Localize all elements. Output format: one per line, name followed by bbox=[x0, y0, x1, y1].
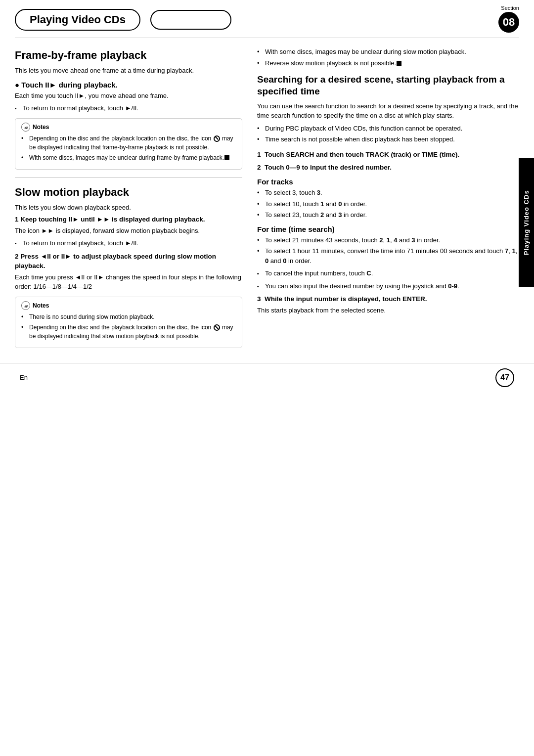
slow-notes-continued: With some discs, images may be unclear d… bbox=[257, 47, 519, 68]
list-item: Depending on the disc and the playback l… bbox=[21, 134, 236, 152]
frame-section-heading: Frame-by-frame playback bbox=[15, 49, 242, 62]
slow-step1: 1 Keep touching II► until ►► is displaye… bbox=[15, 215, 242, 248]
search-step1-heading: 1 Touch SEARCH and then touch TRACK (tra… bbox=[257, 150, 519, 160]
list-item: To select 23, touch 2 and 3 in order. bbox=[257, 210, 519, 220]
page-container: Playing Video CDs Section 08 Frame-by-fr… bbox=[0, 0, 534, 756]
search-notes-list: During PBC playback of Video CDs, this f… bbox=[257, 124, 519, 144]
list-item: Depending on the disc and the playback l… bbox=[21, 323, 236, 341]
search-step1: 1 Touch SEARCH and then touch TRACK (tra… bbox=[257, 150, 519, 160]
section-number: 08 bbox=[498, 12, 519, 33]
section-divider bbox=[15, 178, 242, 178]
no-symbol-icon bbox=[214, 135, 220, 142]
header-second-box bbox=[150, 10, 231, 30]
right-column: With some discs, images may be unclear d… bbox=[257, 47, 519, 353]
frame-notes-box: 𝓊 Notes Depending on the disc and the pl… bbox=[15, 118, 242, 170]
list-item: To cancel the input numbers, touch C. bbox=[257, 268, 519, 278]
main-content: Frame-by-frame playback This lets you mo… bbox=[0, 38, 534, 353]
slow-notes-list: There is no sound during slow motion pla… bbox=[21, 312, 236, 341]
joystick-note-list: You can also input the desired number by… bbox=[257, 281, 519, 291]
search-step2: 2 Touch 0—9 to input the desired number.… bbox=[257, 163, 519, 291]
slow-step2-body: Each time you press ◄II or II► changes t… bbox=[15, 272, 242, 292]
list-item: To return to normal playback, touch ►/II… bbox=[15, 103, 242, 113]
for-tracks-heading: For tracks bbox=[257, 178, 519, 186]
slow-step1-body: The icon ►► is displayed, forward slow m… bbox=[15, 226, 242, 236]
slow-intro: This lets you slow down playback speed. bbox=[15, 203, 242, 213]
search-intro: You can use the search function to searc… bbox=[257, 101, 519, 121]
step-number: 2 bbox=[257, 164, 261, 171]
frame-intro: This lets you move ahead one frame at a … bbox=[15, 66, 242, 76]
list-item: With some discs, images may be unclear d… bbox=[21, 153, 236, 162]
list-item: To select 10, touch 1 and 0 in order. bbox=[257, 199, 519, 209]
list-item: There is no sound during slow motion pla… bbox=[21, 312, 236, 321]
step-number: 1 bbox=[257, 151, 261, 158]
header: Playing Video CDs Section 08 bbox=[0, 0, 534, 31]
search-section-heading: Searching for a desired scene, starting … bbox=[257, 74, 519, 97]
list-item: To select 21 minutes 43 seconds, touch 2… bbox=[257, 235, 519, 245]
list-item: Time search is not possible when disc pl… bbox=[257, 134, 519, 144]
tracks-list: To select 3, touch 3. To select 10, touc… bbox=[257, 188, 519, 220]
slow-section-heading: Slow motion playback bbox=[15, 186, 242, 199]
notes-icon: 𝓊 bbox=[21, 123, 30, 132]
list-item: To select 1 hour 11 minutes, convert the… bbox=[257, 246, 519, 266]
step-number: 3 bbox=[257, 295, 261, 303]
stop-icon bbox=[224, 155, 229, 160]
frame-step1: ● Touch II► during playback. Each time y… bbox=[15, 81, 242, 113]
frame-step1-body: Each time you touch II►, you move ahead … bbox=[15, 91, 242, 101]
slow-step1-heading: 1 Keep touching II► until ►► is displaye… bbox=[15, 215, 242, 224]
search-step3-heading: 3 While the input number is displayed, t… bbox=[257, 295, 519, 304]
slow-notes-box: 𝓊 Notes There is no sound during slow mo… bbox=[15, 297, 242, 348]
section-area: Section 08 bbox=[498, 5, 519, 33]
list-item: During PBC playback of Video CDs, this f… bbox=[257, 124, 519, 133]
left-column: Frame-by-frame playback This lets you mo… bbox=[15, 47, 242, 353]
frame-step1-heading: ● Touch II► during playback. bbox=[15, 81, 242, 89]
sidebar-label: Playing Video CDs bbox=[519, 158, 534, 287]
footer: En 47 bbox=[0, 363, 534, 392]
time-list: To select 21 minutes 43 seconds, touch 2… bbox=[257, 235, 519, 266]
cancel-note-list: To cancel the input numbers, touch C. bbox=[257, 268, 519, 278]
list-item: Reverse slow motion playback is not poss… bbox=[257, 58, 519, 68]
slow-step2-heading: 2 Press ◄II or II► to adjust playback sp… bbox=[15, 252, 242, 271]
slow-step2: 2 Press ◄II or II► to adjust playback sp… bbox=[15, 252, 242, 292]
slow-notes-title: 𝓊 Notes bbox=[21, 301, 236, 310]
footer-lang: En bbox=[20, 374, 28, 381]
list-item: With some discs, images may be unclear d… bbox=[257, 47, 519, 57]
no-symbol-icon bbox=[214, 324, 220, 331]
search-step3-body: This starts playback from the selected s… bbox=[257, 306, 519, 315]
search-step3: 3 While the input number is displayed, t… bbox=[257, 295, 519, 315]
notes-icon: 𝓊 bbox=[21, 301, 30, 310]
list-item: You can also input the desired number by… bbox=[257, 281, 519, 291]
frame-notes-title: 𝓊 Notes bbox=[21, 123, 236, 132]
section-label: Section bbox=[501, 5, 519, 11]
footer-page: 47 bbox=[495, 368, 514, 387]
frame-notes-list: Depending on the disc and the playback l… bbox=[21, 134, 236, 162]
slow-step1-list: To return to normal playback, touch ►/II… bbox=[15, 238, 242, 248]
list-item: To return to normal playback, touch ►/II… bbox=[15, 238, 242, 248]
frame-step1-list: To return to normal playback, touch ►/II… bbox=[15, 103, 242, 113]
list-item: To select 3, touch 3. bbox=[257, 188, 519, 198]
page-title: Playing Video CDs bbox=[15, 9, 140, 31]
stop-icon bbox=[397, 61, 401, 66]
search-step2-heading: 2 Touch 0—9 to input the desired number. bbox=[257, 163, 519, 173]
for-time-heading: For time (time search) bbox=[257, 225, 519, 233]
